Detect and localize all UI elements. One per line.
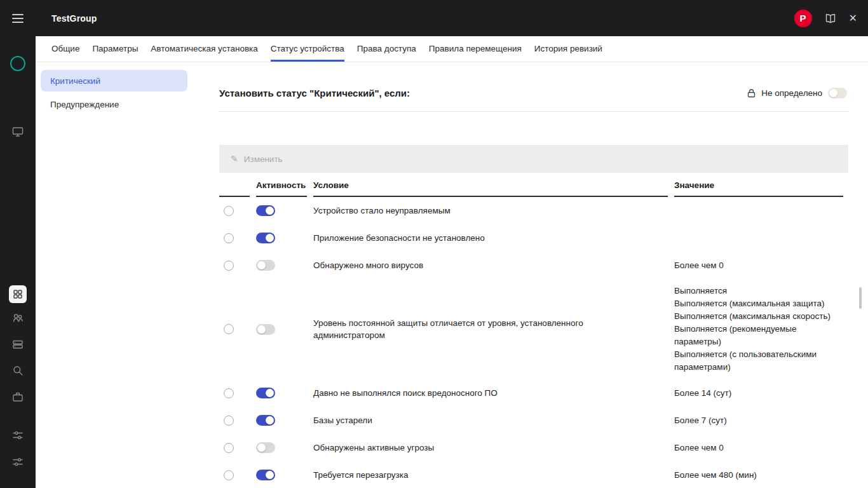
devices-active-icon[interactable] (9, 285, 27, 303)
value-text: Более 7 (сут) (674, 414, 843, 427)
content-area: КритическийПредупреждение Установить ста… (36, 62, 868, 488)
condition-label: Базы устарели (313, 414, 668, 426)
panel-header: Установить статус "Критический", если: Н… (219, 75, 848, 112)
lock-icon (747, 88, 756, 98)
left-rail (0, 36, 36, 488)
row-radio[interactable] (224, 470, 234, 480)
value-line: Выполняется (максимальная скорость) (674, 310, 832, 323)
table-row: Обнаружены активные угрозыБолее чем 0 (219, 434, 843, 461)
value-text: Более чем 0 (674, 442, 843, 454)
help-book-icon[interactable] (824, 13, 837, 24)
value-line: Выполняется (максимальная защита) (674, 297, 832, 310)
monitoring-icon[interactable] (12, 126, 24, 140)
value-column-header: Значение (674, 173, 843, 197)
table-row: Требуется перезагрузкаБолее чем 480 (мин… (219, 461, 843, 488)
tab-статус-устройства[interactable]: Статус устройства (271, 36, 344, 62)
tab-bar: ОбщиеПараметрыАвтоматическая установкаСт… (36, 36, 868, 62)
table-toolbar: ✎ Изменить (219, 145, 848, 173)
tab-права-доступа[interactable]: Права доступа (357, 36, 416, 62)
row-radio[interactable] (224, 206, 234, 216)
value-line: Более чем 0 (674, 259, 832, 272)
row-radio[interactable] (224, 416, 234, 426)
condition-label: Уровень постоянной защиты отличается от … (313, 317, 668, 341)
activity-toggle[interactable] (256, 324, 275, 335)
condition-label: Устройство стало неуправляемым (313, 205, 668, 217)
table-row: Приложение безопасности не установлено (219, 224, 843, 252)
tab-история-ревизий[interactable]: История ревизий (534, 36, 602, 62)
edit-pencil-icon: ✎ (231, 154, 238, 164)
table-row: Обнаружено много вирусовБолее чем 0 (219, 252, 843, 279)
activity-toggle[interactable] (256, 205, 275, 216)
vertical-scrollbar[interactable] (859, 287, 862, 309)
hamburger-icon (12, 14, 24, 23)
subnav-item[interactable]: Критический (41, 70, 187, 92)
activity-toggle[interactable] (256, 442, 275, 453)
condition-label: Приложение безопасности не установлено (313, 232, 668, 244)
value-line: Более 14 (сут) (674, 387, 832, 400)
value-text: Более чем 480 (мин) (674, 469, 843, 482)
table-header: Активность Условие Значение (219, 173, 843, 197)
value-text: Более 14 (сут) (674, 387, 843, 400)
subnav-item[interactable]: Предупреждение (41, 93, 187, 115)
tab-правила-перемещения[interactable]: Правила перемещения (429, 36, 522, 62)
users-icon[interactable] (12, 312, 24, 326)
tab-параметры[interactable]: Параметры (92, 36, 138, 62)
value-line: Более 7 (сут) (674, 414, 832, 427)
product-logo-icon (10, 56, 25, 71)
value-text: Более чем 0 (674, 259, 843, 272)
table-row: Базы устарелиБолее 7 (сут) (219, 407, 843, 434)
table-row: Уровень постоянной защиты отличается от … (219, 279, 843, 379)
condition-label: Обнаружено много вирусов (313, 259, 668, 271)
value-line: Более чем 0 (674, 442, 832, 454)
value-line: Выполняется (рекомендуемые параметры) (674, 323, 832, 348)
table-body: Устройство стало неуправляемымПриложение… (219, 197, 848, 488)
servers-icon[interactable] (12, 339, 24, 353)
briefcase-icon[interactable] (12, 391, 24, 405)
lock-area: Не определено (747, 88, 847, 98)
topbar-actions: Р ✕ (794, 10, 868, 27)
console-settings-icon[interactable] (12, 456, 24, 470)
activity-toggle[interactable] (256, 388, 275, 398)
row-radio[interactable] (224, 233, 234, 243)
close-icon[interactable]: ✕ (849, 13, 857, 24)
undefined-toggle[interactable] (828, 88, 847, 98)
condition-label: Требуется перезагрузка (313, 469, 668, 481)
menu-icon[interactable] (0, 14, 36, 23)
activity-toggle[interactable] (256, 415, 275, 426)
settings-sliders-icon[interactable] (12, 430, 24, 444)
value-text: ВыполняетсяВыполняется (максимальная защ… (674, 285, 843, 374)
condition-label: Обнаружены активные угрозы (313, 442, 668, 454)
tab-автоматическая-установка[interactable]: Автоматическая установка (151, 36, 257, 62)
brand-logo-icon[interactable]: Р (794, 10, 812, 27)
table-row: Устройство стало неуправляемым (219, 197, 843, 224)
value-line: Выполняется (674, 285, 832, 297)
row-radio[interactable] (224, 388, 234, 398)
value-line: Более чем 480 (мин) (674, 469, 832, 482)
window-title: TestGroup (51, 13, 97, 24)
topbar: TestGroup Р ✕ (0, 0, 868, 36)
radio-column-header (219, 173, 250, 197)
row-radio[interactable] (224, 443, 234, 453)
status-panel: Установить статус "Критический", если: Н… (219, 62, 848, 488)
row-radio[interactable] (224, 324, 234, 334)
table-row: Давно не выполнялся поиск вредоносного П… (219, 379, 843, 407)
value-line: Выполняется (с пользовательскими парамет… (674, 348, 832, 374)
tab-общие[interactable]: Общие (51, 36, 79, 62)
edit-button[interactable]: Изменить (244, 154, 283, 164)
panel-title: Установить статус "Критический", если: (219, 88, 410, 98)
undefined-label: Не определено (761, 88, 822, 98)
activity-column-header: Активность (256, 173, 307, 197)
activity-toggle[interactable] (256, 233, 275, 243)
condition-label: Давно не выполнялся поиск вредоносного П… (313, 387, 668, 399)
search-icon[interactable] (12, 365, 24, 379)
activity-toggle[interactable] (256, 470, 275, 480)
condition-column-header: Условие (313, 173, 668, 197)
status-subnav: КритическийПредупреждение (36, 62, 219, 488)
activity-toggle[interactable] (256, 260, 275, 271)
row-radio[interactable] (224, 261, 234, 271)
